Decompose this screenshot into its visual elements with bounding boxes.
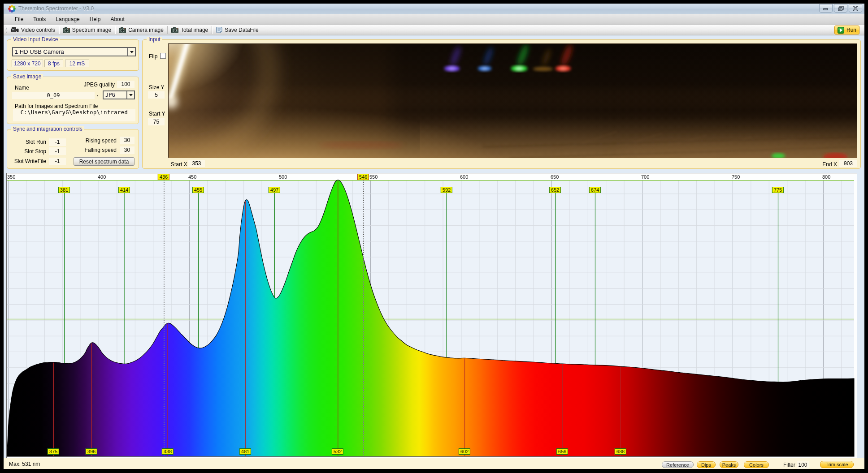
video-device-dropdown-arrow-icon[interactable] — [127, 48, 135, 56]
path-field[interactable]: C:\Users\GaryG\Desktop\infrared — [13, 109, 135, 121]
flip-checkbox[interactable] — [160, 53, 166, 59]
calibration-badge: 546 — [357, 174, 369, 180]
reference-button[interactable]: Reference — [662, 461, 694, 468]
video-device-select[interactable]: 1 HD USB Camera — [12, 47, 136, 56]
dot-separator: . — [97, 91, 98, 98]
falling-speed-label: Falling speed — [85, 147, 117, 153]
camera-image-button[interactable]: Camera image — [116, 26, 166, 34]
exposure-value: 12 mS — [69, 60, 85, 67]
reset-spectrum-data-button[interactable]: Reset spectrum data — [74, 157, 135, 166]
run-play-icon — [838, 27, 844, 34]
size-y-label: Size Y — [149, 84, 164, 90]
video-device-selected-value: 1 HD USB Camera — [13, 48, 127, 55]
slot-stop-label: Slot Stop — [24, 148, 46, 155]
restore-button[interactable] — [834, 4, 847, 13]
toolbar-grip[interactable] — [5, 26, 7, 34]
reference-wavelength-badge: 652 — [549, 187, 561, 193]
x-axis-tick-label: 750 — [732, 174, 740, 180]
slot-run-field[interactable]: -1 — [49, 138, 66, 146]
app-logo-icon — [8, 5, 16, 13]
slot-stop-field[interactable]: -1 — [49, 147, 66, 155]
run-button-label: Run — [846, 27, 856, 33]
falling-speed-field[interactable]: 30 — [120, 146, 135, 154]
start-y-label: Start Y — [149, 111, 165, 117]
total-image-button[interactable]: Total image — [169, 26, 211, 34]
camera-icon — [119, 27, 126, 33]
close-button[interactable] — [849, 4, 862, 13]
x-axis-tick-label: 550 — [369, 174, 378, 180]
reference-wavelength-badge: 455 — [192, 187, 204, 193]
menu-bar: FileToolsLanguageHelpAbout — [4, 14, 864, 25]
colors-button[interactable]: Colors — [744, 461, 769, 468]
toolbar-separator — [212, 26, 212, 34]
menu-item-file[interactable]: File — [10, 14, 28, 24]
window-title: Theremino Spectrometer - V3.0 — [18, 5, 94, 12]
filter-label: Filter — [783, 462, 795, 468]
toolbar-button-label: Video controls — [21, 27, 55, 33]
camera-icon — [171, 27, 178, 33]
sync-controls-group: Sync and integration controls Slot Run-1… — [7, 129, 139, 169]
rising-speed-field[interactable]: 30 — [120, 137, 135, 144]
start-y-field[interactable]: 75 — [148, 118, 165, 125]
x-axis-tick-label: 400 — [98, 174, 106, 180]
reference-wavelength-badge: 775 — [772, 187, 784, 193]
toolbar-button-label: Camera image — [128, 27, 164, 33]
camera-preview-image — [169, 44, 857, 158]
start-x-label: Start X — [171, 161, 187, 168]
video-controls-button[interactable]: Video controls — [9, 26, 58, 34]
toolbar-button-label: Save DataFile — [225, 27, 258, 33]
trim-scale-button[interactable]: Trim scale — [820, 461, 854, 468]
dips-button[interactable]: Dips — [697, 461, 716, 468]
framerate-value: 8 fps — [48, 60, 60, 67]
reference-wavelength-badge: 414 — [118, 187, 130, 193]
peaks-button[interactable]: Peaks — [720, 461, 738, 468]
path-label: Path for Images and Spectrum File — [15, 103, 98, 109]
end-x-value: 903 — [844, 160, 853, 167]
minimize-button[interactable] — [819, 4, 833, 13]
file-format-select[interactable]: JPG — [103, 90, 135, 99]
filter-field[interactable]: 100 — [797, 461, 809, 469]
reference-wavelength-badge: 381 — [58, 187, 70, 193]
exposure-box: 12 mS — [65, 60, 89, 67]
jpeg-quality-label: JPEG quality — [84, 82, 115, 88]
start-x-field[interactable]: 353 — [188, 160, 205, 167]
scroll-icon — [216, 26, 222, 33]
reset-spectrum-data-label: Reset spectrum data — [79, 159, 129, 165]
x-axis-tick-label: 800 — [822, 174, 830, 180]
video-input-device-group: Video Input Device 1 HD USB Camera 1280 … — [7, 39, 139, 71]
peak-wavelength-badge: 688 — [615, 448, 626, 455]
minimize-icon — [823, 6, 829, 10]
file-name-field[interactable]: 0_09 — [12, 92, 95, 99]
slot-writefile-field[interactable]: -1 — [49, 158, 66, 165]
menu-item-tools[interactable]: Tools — [28, 14, 51, 24]
slot-writefile-label: Slot WriteFile — [14, 158, 46, 164]
menu-item-about[interactable]: About — [105, 14, 129, 24]
start-x-value: 353 — [192, 160, 201, 167]
x-axis-tick-label: 700 — [641, 174, 649, 180]
menu-item-language[interactable]: Language — [51, 14, 84, 24]
reference-wavelength-badge: 674 — [589, 187, 601, 193]
resolution-value: 1280 x 720 — [14, 60, 40, 67]
camera-preview[interactable] — [168, 43, 857, 158]
reference-wavelength-badge: 592 — [441, 187, 452, 193]
x-axis-tick-label: 500 — [279, 174, 287, 180]
jpeg-quality-field[interactable]: 100 — [117, 81, 135, 88]
run-button[interactable]: Run — [834, 26, 859, 34]
save-image-group-label: Save image — [11, 74, 43, 80]
toolbar-separator — [59, 26, 59, 34]
toolbar-button-label: Spectrum image — [72, 27, 111, 33]
x-axis-tick-label: 600 — [460, 174, 468, 180]
restore-icon — [838, 6, 844, 11]
save-image-group: Save image Name JPEG quality 100 0_09 . … — [7, 77, 139, 124]
name-label: Name — [15, 85, 29, 91]
spectrum-image-button[interactable]: Spectrum image — [60, 26, 114, 34]
save-datafile-button[interactable]: Save DataFile — [213, 26, 261, 34]
max-wavelength-label: Max: 531 nm — [9, 461, 40, 467]
size-y-field[interactable]: 5 — [148, 91, 165, 99]
end-x-field[interactable]: 903 — [839, 160, 857, 167]
file-format-dropdown-arrow-icon[interactable] — [126, 91, 134, 99]
camera-icon — [63, 27, 70, 33]
menu-item-help[interactable]: Help — [85, 14, 106, 24]
spectrum-chart[interactable]: 3504004505005506006507007508004365463814… — [6, 173, 857, 458]
rising-speed-label: Rising speed — [86, 138, 117, 144]
